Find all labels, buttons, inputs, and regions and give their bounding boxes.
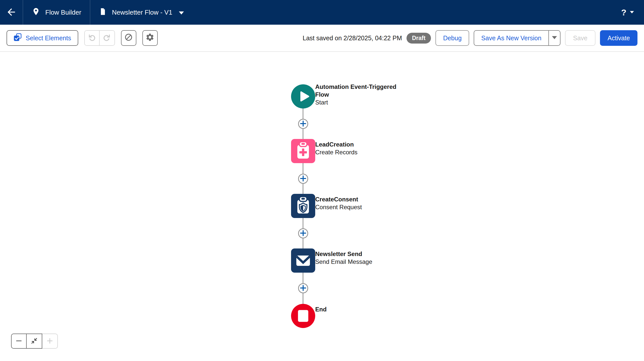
redo-button[interactable] — [100, 31, 114, 45]
chevron-down-icon — [630, 10, 634, 15]
plus-icon — [46, 337, 53, 345]
save-options-dropdown-button[interactable] — [548, 30, 560, 46]
flow-name-menu[interactable]: Newsletter Flow - V1 — [90, 0, 192, 25]
status-badge: Draft — [407, 33, 431, 44]
chevron-down-icon — [179, 9, 184, 16]
save-as-new-version-group: Save As New Version — [474, 30, 560, 46]
zoom-controls — [11, 334, 58, 349]
node-subtitle: Create Records — [315, 148, 357, 156]
consent-shield-icon — [291, 194, 315, 218]
flow-name: Newsletter Flow - V1 — [112, 9, 172, 16]
node-title: End — [315, 305, 327, 313]
flow-node-end[interactable] — [291, 304, 315, 328]
node-title: Automation Event-Triggered Flow — [315, 83, 410, 98]
plus-icon — [300, 175, 306, 183]
header-spacer — [192, 0, 611, 25]
select-elements-button[interactable]: Select Elements — [7, 30, 78, 46]
undo-icon — [88, 33, 96, 43]
plus-icon — [300, 230, 306, 237]
node-subtitle: Consent Request — [315, 203, 362, 211]
multi-select-icon — [14, 33, 22, 43]
app-label-flow-builder: Flow Builder — [23, 0, 90, 25]
plus-icon — [300, 285, 306, 292]
node-label-createconsent: CreateConsent Consent Request — [315, 195, 362, 211]
redo-icon — [103, 33, 111, 43]
help-icon: ? — [621, 8, 626, 17]
ban-icon — [124, 33, 133, 43]
minus-icon — [15, 337, 22, 345]
zoom-out-button[interactable] — [11, 334, 27, 349]
flow-node-newsletter-send[interactable] — [291, 248, 315, 273]
gear-icon — [145, 33, 154, 43]
plus-icon — [300, 120, 306, 128]
node-label-end: End — [315, 305, 327, 313]
node-title: Newsletter Send — [315, 250, 372, 258]
debug-button[interactable]: Debug — [435, 30, 469, 46]
last-saved-text: Last saved on 2/28/2025, 04:22 PM — [303, 34, 402, 42]
node-title: CreateConsent — [315, 195, 362, 203]
document-icon — [99, 8, 107, 17]
settings-button[interactable] — [142, 30, 158, 46]
header-bar: Flow Builder Newsletter Flow - V1 ? — [0, 0, 644, 25]
collapse-arrows-icon — [31, 338, 37, 345]
node-label-leadcreation: LeadCreation Create Records — [315, 140, 357, 156]
save-as-new-version-button[interactable]: Save As New Version — [474, 30, 548, 46]
app-label: Flow Builder — [45, 9, 81, 16]
undo-button[interactable] — [85, 31, 100, 45]
node-label-newsletter-send: Newsletter Send Send Email Message — [315, 250, 372, 266]
zoom-in-button[interactable] — [42, 334, 58, 349]
disable-elements-button[interactable] — [121, 30, 136, 46]
stop-icon — [291, 304, 315, 328]
toolbar: Select Elements — [0, 25, 644, 52]
node-title: LeadCreation — [315, 140, 357, 148]
email-envelope-icon — [291, 248, 315, 273]
node-label-start: Automation Event-Triggered Flow Start — [315, 83, 410, 106]
activate-button[interactable]: Activate — [600, 30, 637, 46]
flow-node-leadcreation[interactable] — [291, 139, 315, 163]
select-elements-label: Select Elements — [26, 34, 71, 42]
arrow-left-icon — [6, 7, 17, 18]
add-element-button[interactable] — [298, 174, 308, 184]
toolbar-right: Last saved on 2/28/2025, 04:22 PM Draft … — [303, 30, 637, 46]
add-element-button[interactable] — [298, 228, 308, 238]
node-subtitle: Start — [315, 98, 410, 106]
flow-canvas[interactable]: Automation Event-Triggered Flow Start Le… — [0, 52, 644, 361]
caret-down-icon — [552, 36, 557, 40]
undo-redo-group — [84, 30, 115, 46]
create-records-icon — [291, 139, 315, 163]
save-button[interactable]: Save — [565, 30, 595, 46]
back-button[interactable] — [0, 0, 23, 25]
fit-to-view-button[interactable] — [27, 334, 42, 349]
flow-node-createconsent[interactable] — [291, 194, 315, 218]
location-pin-icon — [32, 7, 40, 18]
add-element-button[interactable] — [298, 283, 308, 293]
add-element-button[interactable] — [298, 119, 308, 129]
help-menu[interactable]: ? — [611, 0, 644, 25]
flow-node-start[interactable] — [291, 84, 315, 109]
node-subtitle: Send Email Message — [315, 258, 372, 266]
play-icon — [291, 84, 315, 109]
